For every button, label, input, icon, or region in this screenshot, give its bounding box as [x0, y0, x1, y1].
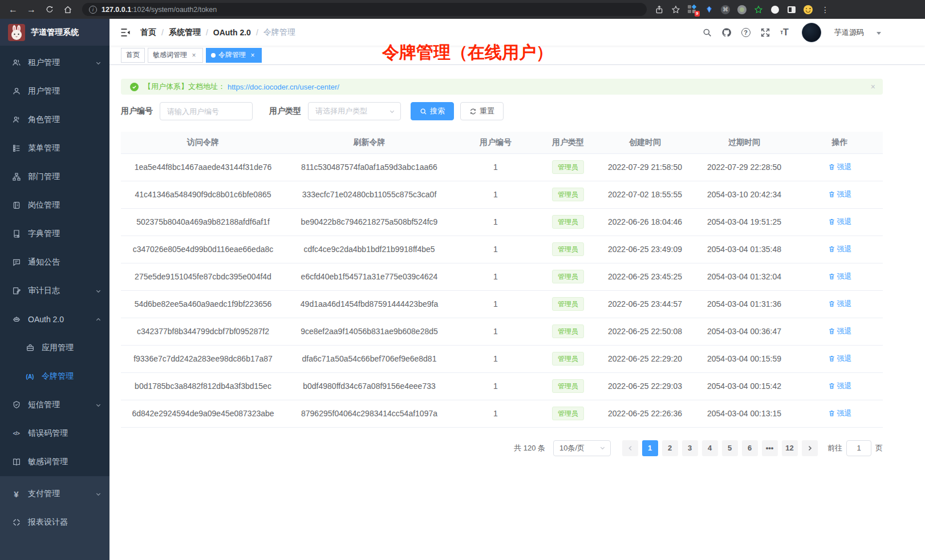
collapse-sidebar-icon[interactable] — [120, 27, 131, 38]
sidebar-item-post[interactable]: 岗位管理 — [0, 191, 109, 220]
reload-icon[interactable] — [42, 2, 57, 17]
doc-link[interactable]: https://doc.iocoder.cn/user-center/ — [228, 83, 339, 91]
bookmark-star-icon[interactable] — [671, 5, 680, 14]
user-avatar[interactable] — [802, 23, 821, 42]
command-extension-icon[interactable]: ⌘ — [721, 5, 730, 14]
page-button[interactable]: ••• — [762, 440, 778, 456]
sidebar-item-pay[interactable]: ¥ 支付管理 — [0, 480, 109, 508]
tab-sensitive-words[interactable]: 敏感词管理 × — [148, 48, 203, 63]
sidebar-item-sensitive[interactable]: 敏感词管理 — [0, 448, 109, 476]
sidebar-item-errorcode[interactable]: </> 错误码管理 — [0, 419, 109, 448]
trash-icon — [828, 245, 835, 253]
sidebar-item-role[interactable]: 角色管理 — [0, 105, 109, 134]
sidebar-item-user[interactable]: 用户管理 — [0, 77, 109, 105]
refresh-token-cell: 811c530487574fa0af1a59d3abc1aa66 — [285, 153, 453, 181]
user-type-label: 用户类型 — [269, 106, 301, 116]
force-logout-button[interactable]: 强退 — [828, 162, 852, 172]
username[interactable]: 芋道源码 — [834, 27, 864, 38]
tab-home[interactable]: 首页 — [121, 48, 145, 63]
force-logout-button[interactable]: 强退 — [828, 326, 852, 336]
search-icon[interactable] — [701, 27, 712, 38]
page-size-select[interactable]: 10条/页 — [553, 440, 611, 456]
search-icon — [420, 108, 427, 115]
sidebar-item-menu[interactable]: 菜单管理 — [0, 134, 109, 163]
goto-page-input[interactable] — [846, 440, 871, 456]
force-logout-button[interactable]: 强退 — [828, 189, 852, 200]
gem-extension-icon[interactable] — [704, 5, 713, 14]
breadcrumb-system[interactable]: 系统管理 — [169, 27, 201, 38]
address-bar[interactable]: i 127.0.0.1:1024/system/oauth2/token — [82, 3, 647, 16]
next-page-button[interactable] — [802, 440, 818, 456]
total-count: 共 120 条 — [514, 443, 545, 453]
page-button[interactable]: 4 — [702, 440, 718, 456]
close-icon[interactable]: × — [249, 51, 257, 59]
sidebar-item-audit[interactable]: 审计日志 — [0, 277, 109, 305]
home-icon[interactable] — [60, 2, 75, 17]
extension-grid-icon[interactable]: 9 — [688, 5, 697, 14]
force-logout-button[interactable]: 强退 — [828, 271, 852, 282]
chevron-down-icon — [95, 491, 102, 497]
sidebar-item-oauth-apps[interactable]: 应用管理 — [0, 334, 109, 362]
expires-at-cell: 2054-03-04 01:32:04 — [692, 263, 797, 290]
caret-down-icon[interactable] — [877, 32, 881, 35]
force-logout-button[interactable]: 强退 — [828, 354, 852, 364]
sidebar-item-notice[interactable]: 通知公告 — [0, 248, 109, 277]
breadcrumb-oauth[interactable]: OAuth 2.0 — [213, 28, 251, 37]
refresh-token-cell: dfa6c71a50a54c66bef706ef9e6e8d81 — [285, 345, 453, 372]
green-star-extension-icon[interactable] — [754, 5, 763, 14]
app-logo[interactable]: 芋道管理系统 — [0, 19, 109, 46]
refresh-token-cell: 333ecfc71e02480cb11055c875c3ca0f — [285, 181, 453, 208]
force-logout-button[interactable]: 强退 — [828, 244, 852, 254]
reset-button[interactable]: 重置 — [460, 102, 504, 120]
yen-icon: ¥ — [11, 489, 21, 499]
user-id-input[interactable] — [160, 102, 253, 120]
force-logout-button[interactable]: 强退 — [828, 408, 852, 419]
page-button[interactable]: 3 — [682, 440, 698, 456]
fullscreen-icon[interactable] — [760, 27, 770, 38]
white-extension-icon[interactable] — [770, 5, 780, 14]
search-button[interactable]: 搜索 — [411, 102, 454, 120]
app-title: 芋道管理系统 — [31, 27, 79, 38]
extension-badge: 9 — [695, 11, 700, 17]
profile-avatar-icon[interactable] — [804, 5, 813, 14]
user-type-tag: 管理员 — [552, 407, 584, 420]
help-icon[interactable]: ? — [740, 27, 751, 38]
breadcrumb-home[interactable]: 首页 — [140, 27, 156, 38]
sidebar-item-dept[interactable]: 部门管理 — [0, 163, 109, 191]
github-icon[interactable] — [721, 27, 732, 38]
access-token-cell: 1ea5e44f8bc1467aaede43144f31de76 — [121, 153, 285, 181]
side-panel-icon[interactable] — [787, 5, 796, 14]
force-logout-button[interactable]: 强退 — [828, 381, 852, 391]
sidebar-item-oauth[interactable]: OAuth 2.0 — [0, 305, 109, 334]
browser-menu-icon[interactable]: ⋮ — [820, 5, 830, 14]
page-button[interactable]: 6 — [742, 440, 758, 456]
user-type-cell: 管理员 — [538, 236, 598, 263]
font-size-icon[interactable]: тT — [779, 27, 790, 38]
forward-icon[interactable]: → — [24, 2, 39, 17]
sidebar-item-dict[interactable]: 字典管理 — [0, 220, 109, 248]
alert-close-icon[interactable]: × — [871, 82, 875, 91]
page-button[interactable]: 5 — [722, 440, 738, 456]
recorder-extension-icon[interactable] — [737, 5, 747, 14]
force-logout-button[interactable]: 强退 — [828, 217, 852, 227]
sidebar-item-tenant[interactable]: 租户管理 — [0, 48, 109, 77]
back-icon[interactable]: ← — [6, 2, 21, 17]
tab-token-management[interactable]: 令牌管理 × — [206, 48, 262, 63]
user-type-select[interactable]: 请选择用户类型 — [308, 102, 401, 120]
trash-icon — [828, 218, 835, 225]
refresh-token-cell: b0df4980ffd34c67a08f9156e4eee733 — [285, 372, 453, 400]
sidebar-item-sms[interactable]: 短信管理 — [0, 391, 109, 419]
refresh-token-cell: e6cfd40eb1f54571a31e775e039c4624 — [285, 263, 453, 290]
close-icon[interactable]: × — [190, 51, 198, 59]
page-button[interactable]: 2 — [662, 440, 678, 456]
user-id-cell: 1 — [453, 153, 538, 181]
sidebar-item-report-designer[interactable]: 报表设计器 — [0, 508, 109, 537]
token-table: 访问令牌 刷新令牌 用户编号 用户类型 创建时间 过期时间 操作 1ea5 — [121, 132, 883, 428]
force-logout-button[interactable]: 强退 — [828, 299, 852, 309]
sidebar-item-oauth-token[interactable]: (A) 令牌管理 — [0, 362, 109, 391]
page-button[interactable]: 1 — [642, 440, 658, 456]
share-icon[interactable] — [655, 5, 664, 14]
site-info-icon[interactable]: i — [89, 6, 97, 14]
prev-page-button[interactable] — [622, 440, 638, 456]
page-button[interactable]: 12 — [782, 440, 798, 456]
